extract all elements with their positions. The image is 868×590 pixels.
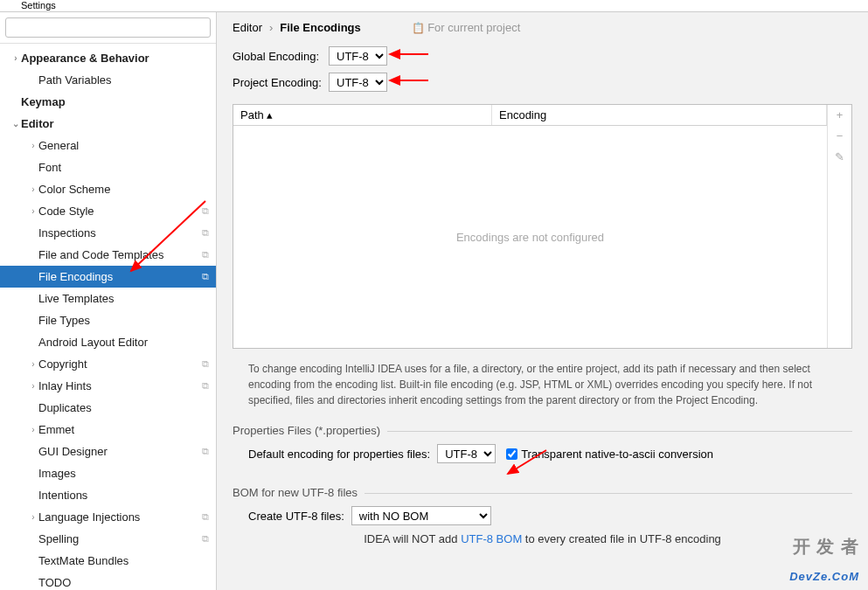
tree-item-live-templates[interactable]: Live Templates xyxy=(0,288,216,309)
tree-item-gui-designer[interactable]: GUI Designer⧉ xyxy=(0,441,216,462)
watermark: 开 发 者 DevZe.CoM xyxy=(789,535,859,587)
tree-item-inlay-hints[interactable]: ›Inlay Hints⧉ xyxy=(0,375,216,397)
project-encoding-select[interactable]: UTF-8 xyxy=(329,73,387,92)
tree-item-label: GUI Designer xyxy=(38,445,202,458)
tree-item-label: Color Scheme xyxy=(38,183,216,196)
tree-item-label: Emmet xyxy=(38,423,216,436)
help-text: To change encoding IntelliJ IDEA uses fo… xyxy=(248,361,845,408)
global-encoding-select[interactable]: UTF-8 xyxy=(329,46,387,66)
tree-item-android-layout-editor[interactable]: Android Layout Editor xyxy=(0,331,216,353)
chevron-icon: › xyxy=(28,141,38,150)
project-scope-icon: ⧉ xyxy=(202,249,209,260)
breadcrumb-parent[interactable]: Editor xyxy=(233,21,262,34)
tree-item-todo[interactable]: TODO xyxy=(0,572,216,590)
bom-group: BOM for new UTF-8 files Create UTF-8 fil… xyxy=(233,486,852,545)
properties-files-group: Properties Files (*.properties) Default … xyxy=(233,424,852,470)
tree-item-label: TextMate Bundles xyxy=(38,554,216,567)
tree-item-duplicates[interactable]: Duplicates xyxy=(0,397,216,419)
create-utf8-select[interactable]: with NO BOM xyxy=(351,506,491,525)
project-scope-icon: ⧉ xyxy=(202,380,209,392)
utf8-bom-link[interactable]: UTF-8 BOM xyxy=(461,532,522,545)
edit-button[interactable]: ✎ xyxy=(828,147,851,168)
tree-item-font[interactable]: Font xyxy=(0,156,216,178)
remove-button[interactable]: − xyxy=(828,126,851,147)
tree-item-label: Intentions xyxy=(38,489,216,502)
tree-item-label: Spelling xyxy=(38,532,202,545)
chevron-icon: › xyxy=(28,359,38,369)
tree-item-label: Live Templates xyxy=(38,292,216,305)
tree-item-intentions[interactable]: Intentions xyxy=(0,484,216,506)
tree-item-images[interactable]: Images xyxy=(0,462,216,484)
tree-item-textmate-bundles[interactable]: TextMate Bundles xyxy=(0,550,216,572)
project-encoding-label: Project Encoding: xyxy=(233,76,329,89)
chevron-icon: › xyxy=(10,53,21,63)
tree-item-label: Duplicates xyxy=(38,401,216,414)
tree-item-color-scheme[interactable]: ›Color Scheme xyxy=(0,178,216,200)
tree-item-label: Path Variables xyxy=(38,73,216,87)
tree-item-keymap[interactable]: Keymap xyxy=(0,91,216,113)
tree-item-spelling[interactable]: Spelling⧉ xyxy=(0,528,216,550)
chevron-icon: › xyxy=(28,184,38,194)
settings-tree: ›Appearance & BehaviorPath VariablesKeym… xyxy=(0,44,216,590)
tree-item-label: Code Style xyxy=(38,205,202,218)
breadcrumb-current: File Encodings xyxy=(280,21,360,34)
window-title: Settings xyxy=(0,0,868,12)
tree-item-label: Copyright xyxy=(38,357,202,371)
project-scope-icon: ⧉ xyxy=(202,511,209,523)
chevron-icon: ⌄ xyxy=(10,119,21,128)
tree-item-label: Images xyxy=(38,467,216,480)
tree-item-path-variables[interactable]: Path Variables xyxy=(0,69,216,91)
tree-item-file-encodings[interactable]: File Encodings⧉ xyxy=(0,266,216,288)
project-scope-icon: ⧉ xyxy=(202,533,209,545)
bom-note: IDEA will NOT add UTF-8 BOM to every cre… xyxy=(233,532,852,545)
chevron-icon: › xyxy=(28,381,38,391)
tree-item-appearance-behavior[interactable]: ›Appearance & Behavior xyxy=(0,47,216,69)
tree-item-inspections[interactable]: Inspections⧉ xyxy=(0,222,216,244)
tree-item-label: Language Injections xyxy=(38,510,202,524)
chevron-icon: › xyxy=(28,206,38,216)
transparent-ascii-label[interactable]: Transparent native-to-ascii conversion xyxy=(521,448,713,461)
tree-item-emmet[interactable]: ›Emmet xyxy=(0,419,216,441)
tree-item-label: Inspections xyxy=(38,226,202,239)
tree-item-label: File Types xyxy=(38,314,216,327)
add-button[interactable]: + xyxy=(828,105,851,126)
breadcrumb: Editor › File Encodings 📋 For current pr… xyxy=(233,21,852,34)
tree-item-file-and-code-templates[interactable]: File and Code Templates⧉ xyxy=(0,244,216,266)
tree-item-language-injections[interactable]: ›Language Injections⧉ xyxy=(0,506,216,528)
tree-item-label: Editor xyxy=(21,117,216,130)
tree-item-label: Appearance & Behavior xyxy=(21,52,216,65)
chevron-right-icon: › xyxy=(269,21,273,34)
tree-item-copyright[interactable]: ›Copyright⧉ xyxy=(0,353,216,375)
chevron-icon: › xyxy=(28,425,38,434)
tree-item-label: Inlay Hints xyxy=(38,379,202,392)
tree-item-label: File Encodings xyxy=(38,270,202,283)
project-scope-icon: ⧉ xyxy=(202,205,209,217)
tree-item-label: TODO xyxy=(38,576,216,589)
project-scope-icon: ⧉ xyxy=(202,227,209,239)
content-panel: Editor › File Encodings 📋 For current pr… xyxy=(217,12,868,590)
props-encoding-select[interactable]: UTF-8 xyxy=(437,444,496,463)
project-scope-icon: ⧉ xyxy=(202,358,209,370)
tree-item-editor[interactable]: ⌄Editor xyxy=(0,113,216,135)
tree-item-label: General xyxy=(38,139,216,152)
create-utf8-label: Create UTF-8 files: xyxy=(248,510,344,523)
tree-item-file-types[interactable]: File Types xyxy=(0,309,216,331)
project-scope-hint: 📋 For current project xyxy=(412,21,521,34)
tree-item-label: Font xyxy=(38,161,216,174)
sidebar: 🔍 ›Appearance & BehaviorPath VariablesKe… xyxy=(0,12,217,590)
column-encoding[interactable]: Encoding xyxy=(492,105,827,125)
tree-item-label: Keymap xyxy=(21,95,216,108)
props-encoding-label: Default encoding for properties files: xyxy=(248,448,430,461)
project-scope-icon: ⧉ xyxy=(202,271,209,282)
search-input[interactable] xyxy=(5,17,211,38)
transparent-ascii-checkbox[interactable] xyxy=(506,448,517,460)
tree-item-label: File and Code Templates xyxy=(38,248,202,261)
tree-item-general[interactable]: ›General xyxy=(0,135,216,156)
column-path[interactable]: Path ▴ xyxy=(233,105,492,125)
tree-item-code-style[interactable]: ›Code Style⧉ xyxy=(0,200,216,222)
encodings-table: Path ▴ Encoding Encodings are not config… xyxy=(233,104,852,349)
project-scope-icon: ⧉ xyxy=(202,446,209,457)
chevron-icon: › xyxy=(28,512,38,522)
tree-item-label: Android Layout Editor xyxy=(38,336,216,349)
global-encoding-label: Global Encoding: xyxy=(233,50,329,63)
